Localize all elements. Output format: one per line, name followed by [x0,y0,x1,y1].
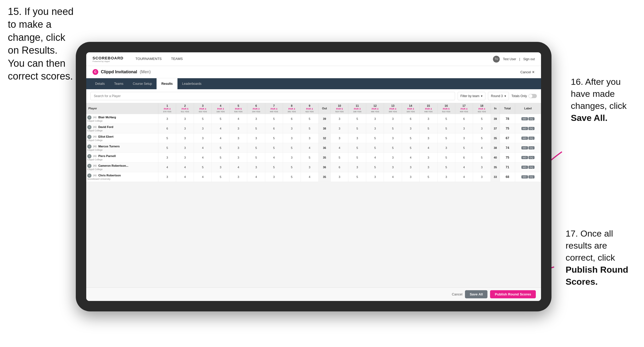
score-h5[interactable]: 3 [229,143,247,153]
score-h1[interactable]: 3 [158,172,176,182]
score-h2[interactable]: 3 [176,143,194,153]
score-h4[interactable]: 3 [212,162,229,172]
score-h16[interactable]: 3 [437,143,455,153]
score-h11[interactable]: 3 [348,162,366,172]
score-h14[interactable]: 3 [402,162,419,172]
score-h4[interactable]: 5 [212,114,229,124]
score-h12[interactable]: 3 [366,124,384,133]
score-h4[interactable]: 4 [212,133,229,143]
search-input[interactable] [90,92,455,100]
score-h5[interactable]: 4 [229,162,247,172]
score-h11[interactable]: 3 [348,133,366,143]
score-h9[interactable]: 3 [301,133,318,143]
score-h6[interactable]: 5 [247,143,265,153]
score-h2[interactable]: 4 [176,172,194,182]
round-select[interactable]: Round 3 ▾ [488,92,509,100]
wd-badge[interactable]: WD [521,146,528,149]
score-h13[interactable]: 4 [384,172,402,182]
dq-badge[interactable]: DQ [528,127,535,130]
score-h4[interactable]: 5 [212,143,229,153]
score-h14[interactable]: 6 [402,114,419,124]
score-h18[interactable]: 5 [473,114,491,124]
score-h10[interactable]: 3 [331,172,348,182]
score-h10[interactable]: 3 [331,124,348,133]
player-name[interactable]: Chris Robertson [98,174,121,177]
score-h7[interactable]: 5 [265,114,283,124]
score-h17[interactable]: 5 [455,143,473,153]
score-h15[interactable]: 3 [419,162,437,172]
score-h15[interactable]: 3 [419,114,437,124]
score-h11[interactable]: 5 [348,143,366,153]
publish-round-scores-button[interactable]: Publish Round Scores [490,290,536,298]
nav-teams[interactable]: TEAMS [166,52,188,66]
cancel-button[interactable]: Cancel [452,292,462,296]
score-h9[interactable]: 4 [301,143,318,153]
dq-badge[interactable]: DQ [528,175,535,178]
score-h11[interactable]: 5 [348,124,366,133]
score-h15[interactable]: 5 [419,172,437,182]
score-h10[interactable]: 3 [331,114,348,124]
score-h16[interactable]: 3 [437,172,455,182]
player-name[interactable]: David Ford [98,125,113,128]
tab-leaderboards[interactable]: Leaderboards [177,78,206,89]
filter-by-team-select[interactable]: Filter by team ▾ [458,92,486,100]
score-h13[interactable]: 5 [384,143,402,153]
score-h8[interactable]: 6 [283,114,301,124]
score-h15[interactable]: 4 [419,143,437,153]
score-h18[interactable]: 5 [473,133,491,143]
score-h14[interactable]: 3 [402,124,419,133]
score-h16[interactable]: 5 [437,124,455,133]
score-h12[interactable]: 3 [366,114,384,124]
cancel-tournament-button[interactable]: Cancel ✕ [520,70,535,74]
score-h3[interactable]: 4 [194,143,212,153]
score-h6[interactable]: 3 [247,114,265,124]
dq-badge[interactable]: DQ [528,137,535,140]
score-h4[interactable]: 4 [212,124,229,133]
tab-course-setup[interactable]: Course Setup [128,78,157,89]
score-h15[interactable]: 5 [419,124,437,133]
score-h18[interactable]: 3 [473,162,491,172]
score-h2[interactable]: 3 [176,124,194,133]
score-h12[interactable]: 5 [366,133,384,143]
score-h9[interactable]: 5 [301,124,318,133]
score-h17[interactable]: 3 [455,133,473,143]
score-h7[interactable]: 4 [265,153,283,162]
score-h1[interactable]: 6 [158,124,176,133]
score-h16[interactable]: 5 [437,153,455,162]
score-h3[interactable]: 3 [194,124,212,133]
score-h15[interactable]: 3 [419,133,437,143]
score-h4[interactable]: 5 [212,153,229,162]
tab-results[interactable]: Results [157,78,177,89]
wd-badge[interactable]: WD [521,175,528,178]
score-h14[interactable]: 4 [402,153,419,162]
score-h16[interactable]: 5 [437,162,455,172]
score-h2[interactable]: 3 [176,114,194,124]
score-h8[interactable]: 5 [283,162,301,172]
score-h3[interactable]: 5 [194,162,212,172]
player-name[interactable]: Piers Parnell [98,154,116,157]
dq-badge[interactable]: DQ [528,166,535,169]
score-h13[interactable]: 3 [384,153,402,162]
score-h7[interactable]: 5 [265,143,283,153]
wd-badge[interactable]: WD [521,127,528,130]
wd-badge[interactable]: WD [521,166,528,169]
score-h9[interactable]: 5 [301,153,318,162]
wd-badge[interactable]: WD [521,137,528,140]
score-h2[interactable]: 4 [176,162,194,172]
score-h6[interactable]: 3 [247,133,265,143]
score-h14[interactable]: 5 [402,143,419,153]
wd-badge[interactable]: WD [521,117,528,120]
score-h7[interactable]: 3 [265,172,283,182]
score-h18[interactable]: 3 [473,172,491,182]
tab-details[interactable]: Details [90,78,110,89]
player-name[interactable]: Marcus Turners [98,144,120,148]
totals-only-toggle[interactable]: Totals Only [511,94,537,98]
score-h8[interactable]: 5 [283,143,301,153]
dq-badge[interactable]: DQ [528,117,535,120]
score-h6[interactable]: 5 [247,153,265,162]
wd-badge[interactable]: WD [521,156,528,159]
score-label[interactable]: WDDQ [515,114,541,124]
score-h17[interactable]: 3 [455,124,473,133]
score-h2[interactable]: 3 [176,153,194,162]
score-h3[interactable]: 4 [194,153,212,162]
